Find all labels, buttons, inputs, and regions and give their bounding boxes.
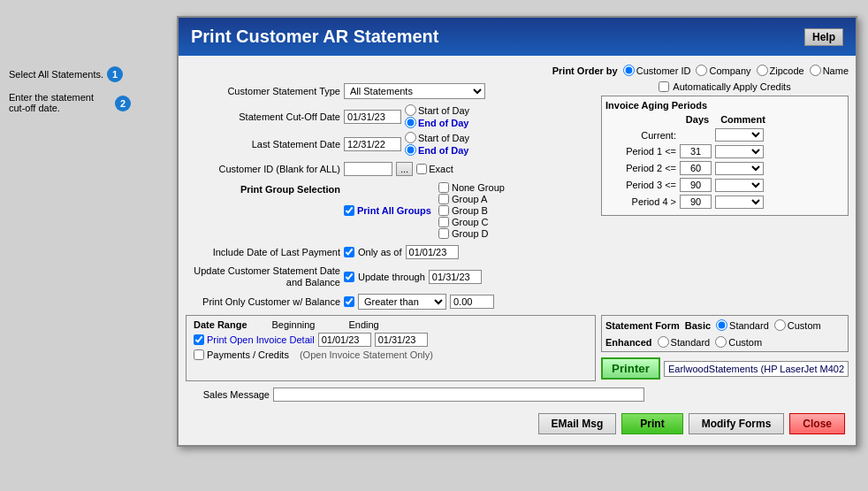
auto-apply-label: Automatically Apply Credits (673, 81, 790, 92)
help-button[interactable]: Help (804, 28, 843, 46)
printer-button[interactable]: Printer (601, 357, 660, 380)
radio-basic-standard[interactable]: Standard (716, 319, 769, 331)
dialog-header: Print Customer AR Statement Help (179, 18, 856, 56)
bottom-section: Date Range Beginning Ending Print Open I… (186, 315, 849, 381)
radio-end-of-day-1[interactable]: End of Day (405, 117, 469, 128)
exact-label: Exact (429, 164, 453, 174)
annotation-1: Select All Statements. 1 (9, 66, 123, 82)
update-through-input[interactable] (429, 270, 482, 284)
radio-enhanced-custom[interactable]: Custom (715, 336, 762, 348)
group-c[interactable]: Group C (438, 217, 505, 227)
aging-period2-row: Period 2 <= (605, 161, 844, 175)
sales-message-label: Sales Message (186, 389, 270, 400)
email-msg-button[interactable]: EMail Msg (538, 413, 617, 434)
radio-start-of-day-2[interactable]: Start of Day (405, 132, 469, 143)
print-button[interactable]: Print (621, 413, 682, 434)
annotation-2: Enter the statementcut-off date. 2 (9, 92, 115, 113)
period3-input[interactable] (680, 178, 712, 192)
open-invoice-note: (Open Invoice Statement Only) (300, 349, 433, 360)
dialog-title: Print Customer AR Statement (191, 27, 438, 47)
radio-basic-custom[interactable]: Custom (774, 319, 821, 331)
days-header: Days (680, 114, 715, 125)
date-range-section: Date Range Beginning Ending Print Open I… (186, 315, 596, 381)
date-range-beginning-input[interactable] (318, 333, 371, 347)
date-range-ending-input[interactable] (375, 333, 428, 347)
print-only-balance-checkbox[interactable] (344, 296, 354, 307)
period4-label: Period 4 > (605, 196, 676, 207)
balance-condition-select[interactable]: Greater than (358, 294, 446, 310)
statement-cutoff-input[interactable] (344, 110, 401, 124)
group-none[interactable]: None Group (438, 182, 505, 193)
aging-period4-row: Period 4 > (605, 195, 844, 209)
date-range-header-row: Date Range Beginning Ending (194, 319, 588, 330)
print-open-invoice-check[interactable]: Print Open Invoice Detail (194, 334, 315, 345)
modify-forms-button[interactable]: Modify Forms (689, 413, 785, 434)
print-only-balance-row: Print Only Customer w/ Balance Greater t… (186, 292, 594, 311)
radio-start-of-day-1[interactable]: Start of Day (405, 104, 469, 116)
top-section: Customer Statement Type All Statements S… (186, 81, 849, 311)
radio-zipcode[interactable]: Zipcode (757, 65, 804, 76)
period4-comment-select[interactable] (715, 196, 764, 209)
current-comment-select[interactable] (715, 128, 764, 142)
enhanced-label: Enhanced (605, 337, 652, 348)
start-end-day-group2: Start of Day End of Day (405, 132, 469, 156)
start-end-day-group1: Start of Day End of Day (405, 104, 469, 128)
only-as-of-input[interactable] (406, 245, 459, 259)
aging-period1-row: Period 1 <= (605, 144, 844, 158)
print-all-groups-check[interactable]: Print All Groups (344, 182, 431, 239)
period2-comment-select[interactable] (715, 162, 764, 175)
radio-customer-id[interactable]: Customer ID (623, 65, 691, 76)
date-range-inputs-row: Print Open Invoice Detail (194, 333, 588, 347)
balance-value-input[interactable] (450, 295, 494, 309)
annotation-1-number: 1 (107, 66, 123, 82)
payments-credits-check[interactable]: Payments / Credits (194, 349, 289, 360)
annotation-2-text: Enter the statementcut-off date. (9, 92, 94, 113)
include-last-payment-checkbox[interactable] (344, 247, 354, 257)
customer-statement-type-row: Customer Statement Type All Statements (186, 81, 594, 101)
period3-label: Period 3 <= (605, 180, 676, 190)
include-last-payment-row: Include Date of Last Payment Only as of (186, 242, 594, 262)
radio-company[interactable]: Company (696, 65, 750, 76)
last-statement-row: Last Statement Date Start of Day End of … (186, 132, 594, 156)
update-statement-checkbox[interactable] (344, 272, 354, 282)
group-a[interactable]: Group A (438, 194, 505, 204)
customer-id-row: Customer ID (Blank for ALL) ... Exact (186, 159, 594, 179)
current-label: Current: (605, 130, 676, 141)
period3-comment-select[interactable] (715, 179, 764, 192)
statement-form-label: Statement Form (605, 320, 680, 331)
annotation-2-number: 2 (115, 96, 131, 111)
radio-name[interactable]: Name (810, 65, 849, 76)
auto-apply-checkbox[interactable] (659, 81, 669, 92)
period2-label: Period 2 <= (605, 163, 676, 173)
group-b[interactable]: Group B (438, 205, 505, 216)
update-statement-row: Update Customer Statement Date and Balan… (186, 265, 594, 288)
only-as-of-label: Only as of (358, 247, 402, 257)
print-group-row: Print Group Selection Print All Groups N… (186, 182, 594, 239)
comment-header: Comment (719, 114, 767, 125)
sales-message-input[interactable] (273, 387, 644, 402)
ending-label: Ending (348, 319, 378, 330)
right-bottom-panel: Statement Form Basic Standard Custom Enh… (601, 315, 849, 381)
exact-checkbox[interactable] (416, 164, 427, 174)
customer-id-input[interactable] (344, 162, 392, 176)
period1-input[interactable] (680, 144, 712, 158)
print-group-content: Print All Groups None Group Group A Grou… (344, 182, 505, 239)
close-button[interactable]: Close (789, 413, 845, 434)
aging-period3-row: Period 3 <= (605, 178, 844, 192)
radio-end-of-day-2[interactable]: End of Day (405, 144, 469, 156)
dialog-body: Print Order by Customer ID Company Zipco… (179, 56, 856, 445)
period2-input[interactable] (680, 161, 712, 175)
sales-message-row: Sales Message (186, 385, 849, 404)
customer-id-browse-button[interactable]: ... (396, 162, 413, 176)
period4-input[interactable] (680, 195, 712, 209)
last-statement-label: Last Statement Date (186, 139, 340, 150)
period1-comment-select[interactable] (715, 145, 764, 158)
last-statement-input[interactable] (344, 137, 401, 151)
exact-checkbox-row[interactable]: Exact (416, 164, 453, 174)
include-last-payment-label: Include Date of Last Payment (186, 247, 340, 257)
statement-form-box: Statement Form Basic Standard Custom Enh… (601, 315, 849, 352)
printer-input[interactable] (664, 361, 849, 377)
radio-enhanced-standard[interactable]: Standard (658, 336, 711, 348)
group-d[interactable]: Group D (438, 228, 505, 239)
customer-statement-type-select[interactable]: All Statements (344, 83, 485, 99)
